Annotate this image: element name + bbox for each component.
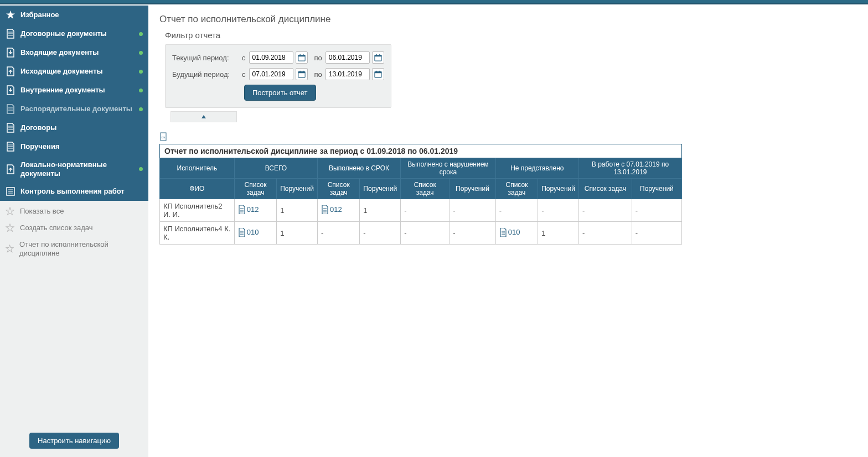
- data-cell: -: [578, 199, 632, 222]
- svg-text:xls: xls: [161, 136, 165, 139]
- svg-rect-10: [375, 55, 381, 57]
- filter-title: Фильтр отчета: [165, 30, 857, 40]
- doc-icon: [6, 104, 16, 114]
- svg-rect-11: [376, 54, 376, 56]
- column-header: Список задач: [578, 179, 632, 199]
- column-header: Список задач: [234, 179, 276, 199]
- star-outline-icon: [6, 245, 14, 253]
- svg-rect-19: [376, 71, 376, 72]
- svg-marker-4: [6, 245, 13, 252]
- sidebar-item-8[interactable]: Локально-нормативные документы: [0, 156, 148, 182]
- column-group-header: Не представлено: [495, 158, 578, 179]
- table-row: КП Исполнитель2 И. И.01210121------: [160, 199, 682, 222]
- configure-navigation-button[interactable]: Настроить навигацию: [29, 433, 119, 449]
- svg-marker-2: [6, 207, 14, 215]
- calendar-icon[interactable]: [296, 68, 308, 80]
- data-cell: 1: [277, 199, 318, 222]
- sidebar: ИзбранноеДоговорные документыВходящие до…: [0, 6, 148, 457]
- sidebar-item-4[interactable]: Внутренние документы: [0, 81, 148, 100]
- sidebar-item-label: Исходящие документы: [20, 67, 103, 76]
- notification-dot-icon: [139, 32, 143, 36]
- sidebar-item-label: Входящие документы: [20, 48, 99, 57]
- svg-rect-20: [379, 71, 380, 72]
- to-sep: по: [314, 54, 322, 62]
- sidebar-item-label: Локально-нормативные документы: [20, 160, 143, 178]
- task-list-link[interactable]: 010: [238, 228, 259, 237]
- svg-marker-0: [6, 11, 15, 19]
- future-period-label: Будущий период:: [172, 70, 239, 79]
- column-group-header: Выполнено в СРОК: [317, 158, 400, 179]
- future-to-input[interactable]: [326, 68, 370, 80]
- export-xls-icon[interactable]: xls: [159, 132, 857, 143]
- column-group-header: В работе с 07.01.2019 по 13.01.2019: [578, 158, 681, 179]
- svg-rect-15: [299, 71, 300, 72]
- sidebar-item-label: Поручения: [20, 142, 60, 151]
- extra-item-label: Показать все: [20, 207, 64, 216]
- calendar-icon[interactable]: [372, 68, 384, 80]
- data-cell: 010: [495, 222, 538, 245]
- top-bar: [0, 0, 868, 4]
- task-list-link[interactable]: 010: [499, 228, 520, 237]
- fio-cell: КП Исполнитель2 И. И.: [160, 199, 235, 222]
- extra-item-2[interactable]: Отчет по исполнительской дисциплине: [0, 236, 148, 261]
- page-title: Отчет по исполнительской дисциплине: [159, 14, 857, 25]
- extra-item-label: Создать список задач: [20, 224, 93, 232]
- task-list-link[interactable]: 012: [321, 205, 342, 214]
- calendar-icon[interactable]: [372, 51, 384, 64]
- data-cell: -: [495, 199, 538, 222]
- sidebar-item-1[interactable]: Договорные документы: [0, 24, 148, 43]
- future-from-input[interactable]: [249, 68, 293, 80]
- svg-rect-7: [299, 54, 300, 56]
- sidebar-item-7[interactable]: Поручения: [0, 137, 148, 156]
- report-table: ИсполнительВСЕГОВыполнено в СРОКВыполнен…: [159, 158, 682, 245]
- notification-dot-icon: [139, 70, 143, 74]
- extra-item-1[interactable]: Создать список задач: [0, 220, 148, 236]
- data-cell: -: [578, 222, 632, 245]
- doc-out-icon: [6, 66, 16, 76]
- main-content: Отчет по исполнительской дисциплине Филь…: [148, 6, 868, 457]
- data-cell: -: [401, 222, 450, 245]
- column-group-header: ВСЕГО: [234, 158, 317, 179]
- sidebar-item-6[interactable]: Договоры: [0, 118, 148, 137]
- sidebar-item-5[interactable]: Распорядительные документы: [0, 100, 148, 118]
- sidebar-item-2[interactable]: Входящие документы: [0, 43, 148, 62]
- column-header: Поручений: [450, 179, 496, 199]
- star-icon: [6, 10, 16, 20]
- sidebar-item-label: Контроль выполнения работ: [20, 187, 125, 196]
- build-report-button[interactable]: Построить отчет: [244, 85, 316, 101]
- data-cell: 1: [360, 199, 401, 222]
- sidebar-item-3[interactable]: Исходящие документы: [0, 62, 148, 81]
- column-header: Список задач: [495, 179, 538, 199]
- data-cell: 1: [538, 222, 579, 245]
- data-cell: -: [450, 222, 496, 245]
- current-to-input[interactable]: [326, 51, 370, 64]
- column-header: Поручений: [538, 179, 579, 199]
- column-header: Список задач: [317, 179, 359, 199]
- collapse-filter-button[interactable]: [170, 111, 237, 122]
- sidebar-item-label: Договорные документы: [20, 29, 107, 38]
- data-cell: -: [632, 199, 681, 222]
- data-cell: 010: [234, 222, 276, 245]
- data-cell: 012: [234, 199, 276, 222]
- column-header: Поручений: [277, 179, 318, 199]
- svg-rect-8: [303, 54, 303, 56]
- doc-icon: [6, 123, 16, 133]
- star-outline-icon: [6, 224, 14, 232]
- svg-rect-18: [375, 72, 381, 74]
- data-cell: -: [360, 222, 401, 245]
- svg-rect-14: [298, 72, 304, 74]
- extra-item-0[interactable]: Показать все: [0, 203, 148, 220]
- data-cell: 1: [277, 222, 318, 245]
- svg-rect-6: [298, 55, 304, 57]
- data-cell: 012: [317, 199, 359, 222]
- svg-rect-16: [303, 71, 303, 72]
- column-group-header: Выполнено с нарушением срока: [401, 158, 496, 179]
- current-from-input[interactable]: [249, 51, 293, 64]
- sidebar-item-0[interactable]: Избранное: [0, 6, 148, 24]
- column-header: Список задач: [401, 179, 450, 199]
- task-list-link[interactable]: 012: [238, 205, 259, 214]
- doc-in-icon: [6, 85, 16, 95]
- star-outline-icon: [6, 207, 14, 216]
- sidebar-item-9[interactable]: Контроль выполнения работ: [0, 182, 148, 201]
- calendar-icon[interactable]: [296, 51, 308, 64]
